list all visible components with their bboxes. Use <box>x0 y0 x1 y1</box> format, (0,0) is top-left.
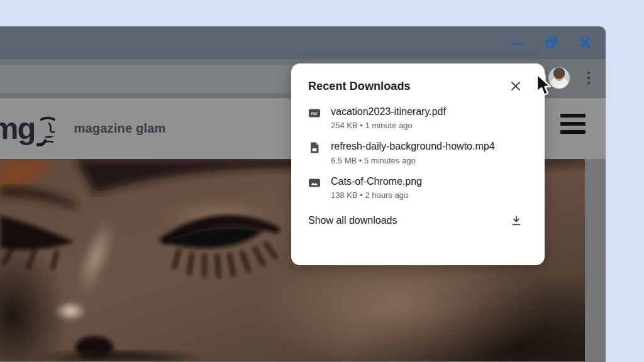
popup-title: Recent Downloads <box>308 80 411 93</box>
download-file-name: refresh-daily-background-howto.mp4 <box>331 141 495 152</box>
titlebar <box>0 26 606 58</box>
site-logo-text: mg <box>0 113 35 144</box>
pdf-file-icon: PDF <box>308 107 321 119</box>
browser-menu-icon[interactable] <box>584 67 594 89</box>
hamburger-menu-icon[interactable] <box>560 114 586 134</box>
download-icon[interactable] <box>509 214 523 228</box>
close-icon[interactable] <box>578 35 593 50</box>
show-all-downloads-link[interactable]: Show all downloads <box>308 215 397 226</box>
download-item[interactable]: refresh-daily-background-howto.mp4 6.5 M… <box>308 141 528 165</box>
image-file-icon <box>308 177 321 189</box>
download-item[interactable]: Cats-of-Chrome.png 138 KB • 2 hours ago <box>308 176 528 200</box>
download-file-meta: 6.5 MB • 5 minutes ago <box>331 156 495 165</box>
restore-icon[interactable] <box>544 35 559 50</box>
svg-text:PDF: PDF <box>311 112 318 116</box>
recent-downloads-popup: Recent Downloads PDF vacation2023-itiner… <box>291 63 545 265</box>
minimize-icon[interactable] <box>510 35 525 50</box>
download-file-name: vacation2023-itinerary.pdf <box>331 106 446 118</box>
popup-close-icon[interactable] <box>508 79 523 94</box>
site-logo[interactable]: mg magazine glam <box>0 109 165 148</box>
window-controls <box>510 26 601 58</box>
download-item[interactable]: PDF vacation2023-itinerary.pdf 254 KB • … <box>308 106 528 130</box>
site-brand-name: magazine glam <box>74 121 166 136</box>
download-file-meta: 138 KB • 2 hours ago <box>331 190 422 200</box>
download-file-name: Cats-of-Chrome.png <box>331 176 422 187</box>
download-file-meta: 254 KB • 1 minute ago <box>331 121 446 130</box>
video-file-icon <box>308 141 321 154</box>
mouse-cursor <box>535 73 554 99</box>
face-sketch-icon <box>36 116 58 148</box>
